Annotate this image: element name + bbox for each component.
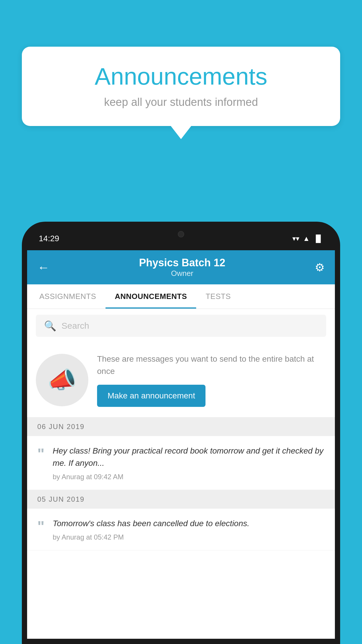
announcement-text-2: Tomorrow's class has been cancelled due …	[53, 517, 325, 530]
announcement-content-2: Tomorrow's class has been cancelled due …	[53, 517, 325, 541]
back-button[interactable]: ←	[37, 260, 50, 274]
status-icons: ▾▾ ▲ ▐▌	[292, 235, 323, 243]
app-header: ← Physics Batch 12 Owner ⚙	[27, 250, 335, 284]
announcement-meta-2: by Anurag at 05:42 PM	[53, 533, 325, 541]
announcement-item-1[interactable]: " Hey class! Bring your practical record…	[27, 436, 335, 490]
announcement-meta-1: by Anurag at 09:42 AM	[53, 473, 325, 481]
header-subtitle: Owner	[139, 269, 225, 278]
prompt-right: These are messages you want to send to t…	[97, 353, 326, 407]
speech-bubble-section: Announcements keep all your students inf…	[22, 47, 340, 139]
make-announcement-button[interactable]: Make an announcement	[97, 385, 205, 407]
phone-outer-shell: 14:29 ▾▾ ▲ ▐▌ ← Physics Batch 12 Owner ⚙	[22, 222, 340, 644]
tabs-bar: ASSIGNMENTS ANNOUNCEMENTS TESTS	[27, 284, 335, 309]
bubble-subtitle: keep all your students informed	[39, 96, 323, 108]
tab-assignments[interactable]: ASSIGNMENTS	[30, 284, 106, 309]
phone-screen: ← Physics Batch 12 Owner ⚙ ASSIGNMENTS A…	[27, 250, 335, 639]
speech-bubble-tail	[171, 126, 191, 139]
battery-icon: ▐▌	[313, 235, 323, 243]
quote-icon-2: "	[37, 519, 45, 534]
settings-button[interactable]: ⚙	[315, 261, 325, 274]
status-bar: 14:29 ▾▾ ▲ ▐▌	[27, 227, 335, 250]
search-container: 🔍 Search	[27, 309, 335, 343]
quote-icon-1: "	[37, 446, 45, 461]
prompt-description: These are messages you want to send to t…	[97, 353, 326, 377]
announcement-content-1: Hey class! Bring your practical record b…	[53, 445, 325, 481]
megaphone-circle: 📣	[36, 354, 88, 406]
speech-bubble-card: Announcements keep all your students inf…	[22, 47, 340, 126]
tab-announcements[interactable]: ANNOUNCEMENTS	[106, 284, 196, 309]
phone-camera	[178, 231, 184, 237]
search-icon: 🔍	[44, 320, 56, 332]
bubble-title: Announcements	[39, 63, 323, 90]
signal-icon: ▲	[303, 235, 310, 243]
search-placeholder: Search	[61, 321, 89, 331]
search-bar[interactable]: 🔍 Search	[36, 315, 326, 337]
announcement-prompt-section: 📣 These are messages you want to send to…	[27, 343, 335, 417]
phone-notch	[158, 227, 204, 242]
date-separator-1: 06 JUN 2019	[27, 417, 335, 436]
header-title: Physics Batch 12	[139, 257, 225, 269]
announcement-item-2[interactable]: " Tomorrow's class has been cancelled du…	[27, 509, 335, 550]
phone-mockup: 14:29 ▾▾ ▲ ▐▌ ← Physics Batch 12 Owner ⚙	[22, 222, 340, 644]
wifi-icon: ▾▾	[292, 235, 299, 243]
announcement-text-1: Hey class! Bring your practical record b…	[53, 445, 325, 469]
header-center: Physics Batch 12 Owner	[139, 257, 225, 278]
date-separator-2: 05 JUN 2019	[27, 490, 335, 509]
tab-tests[interactable]: TESTS	[196, 284, 240, 309]
status-time: 14:29	[39, 234, 59, 243]
megaphone-icon: 📣	[48, 366, 77, 394]
